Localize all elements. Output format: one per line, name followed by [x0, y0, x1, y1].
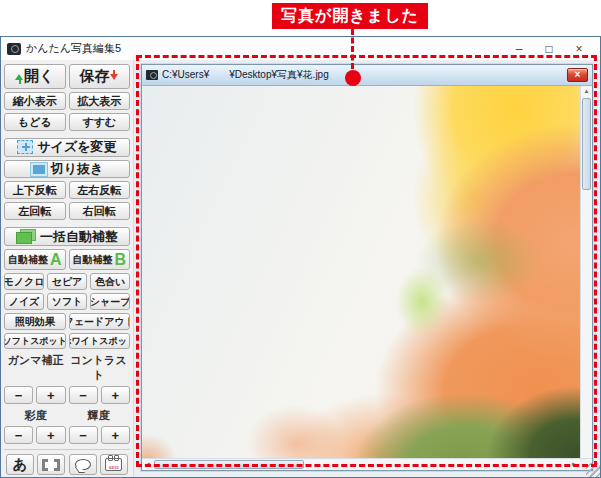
lighting-button[interactable]: 照明効果	[4, 313, 66, 330]
scroll-left-icon[interactable]: ◄	[142, 459, 154, 470]
scroll-right-icon[interactable]: ►	[568, 459, 580, 470]
saturation-minus-button[interactable]: −	[4, 426, 33, 444]
brightness-plus-button[interactable]: +	[101, 426, 130, 444]
minimize-button[interactable]: –	[504, 40, 534, 58]
maximize-button[interactable]: □	[534, 40, 564, 58]
horizontal-scrollbar[interactable]: ◄ ►	[142, 458, 592, 470]
app-titlebar: かんたん写真編集5 – □ ×	[1, 37, 600, 60]
photo-window-body: ▲	[142, 86, 592, 458]
text-tool-button[interactable]: あ	[6, 454, 34, 475]
flip-horizontal-button[interactable]: 左右反転	[69, 181, 131, 199]
scroll-up-icon[interactable]: ▲	[581, 86, 592, 97]
batch-auto-icon	[16, 229, 36, 244]
crop-icon	[31, 163, 47, 176]
annotation-connector-line	[351, 29, 354, 69]
crop-label: 切り抜き	[51, 160, 104, 178]
auto-a-label: 自動補整	[8, 253, 48, 267]
sidebar: 開く 保存 縮小表示 拡大表示 もどる すすむ サイズを変更	[1, 60, 134, 477]
photo-file-path: C:¥Users¥ ¥Desktop¥写真¥花.jpg	[162, 68, 329, 82]
photo-window-titlebar[interactable]: C:¥Users¥ ¥Desktop¥写真¥花.jpg ×	[142, 65, 592, 86]
app-icon	[7, 43, 21, 55]
resize-button[interactable]: サイズを変更	[4, 138, 130, 157]
calendar-icon: 02/11	[105, 458, 122, 471]
sepia-button[interactable]: セピア	[47, 273, 87, 290]
flip-vertical-button[interactable]: 上下反転	[4, 181, 66, 199]
gamma-label: ガンマ補正	[4, 353, 67, 383]
vertical-scrollbar[interactable]: ▲	[580, 86, 592, 458]
date-tool-button[interactable]: 02/11	[100, 454, 128, 475]
open-button[interactable]: 開く	[4, 64, 66, 89]
crop-button[interactable]: 切り抜き	[4, 160, 130, 179]
tools-row: あ 02/11	[4, 454, 130, 475]
resize-grip[interactable]	[586, 463, 600, 477]
app-title: かんたん写真編集5	[26, 41, 121, 56]
resize-label: サイズを変更	[37, 138, 116, 156]
gamma-minus-button[interactable]: −	[4, 386, 33, 404]
open-arrow-icon	[15, 70, 24, 84]
batch-auto-label: 一括自動補整	[40, 228, 118, 246]
contrast-minus-button[interactable]: −	[69, 386, 98, 404]
save-button[interactable]: 保存	[69, 64, 131, 89]
contrast-label: コントラスト	[67, 353, 130, 383]
saturation-label: 彩度	[4, 408, 67, 423]
brightness-label: 輝度	[67, 408, 130, 423]
brightness-minus-button[interactable]: −	[69, 426, 98, 444]
resize-icon	[17, 140, 33, 154]
hue-button[interactable]: 色合い	[90, 273, 130, 290]
redo-button[interactable]: すすむ	[69, 113, 131, 131]
whitespot-button[interactable]: ホワイトスポット	[69, 333, 131, 349]
save-arrow-icon	[110, 70, 119, 84]
balloon-tool-button[interactable]	[69, 454, 97, 475]
main-area: 開く 保存 縮小表示 拡大表示 もどる すすむ サイズを変更	[1, 60, 600, 477]
annotation-dot	[345, 70, 361, 86]
photo-canvas[interactable]	[142, 86, 580, 458]
close-button[interactable]: ×	[564, 40, 594, 58]
photo-file-icon	[146, 70, 158, 80]
auto-b-label: 自動補整	[72, 253, 112, 267]
auto-a-button[interactable]: 自動補整 A	[4, 249, 66, 270]
zoom-in-button[interactable]: 拡大表示	[69, 92, 131, 110]
batch-auto-button[interactable]: 一括自動補整	[4, 227, 130, 246]
horizontal-scroll-track[interactable]	[304, 459, 568, 470]
zoom-out-button[interactable]: 縮小表示	[4, 92, 66, 110]
rotate-right-button[interactable]: 右回転	[69, 202, 131, 220]
open-label: 開く	[24, 67, 54, 86]
noise-button[interactable]: ノイズ	[4, 293, 44, 310]
rotate-left-button[interactable]: 左回転	[4, 202, 66, 220]
horizontal-scroll-thumb[interactable]	[154, 460, 304, 469]
workspace: C:¥Users¥ ¥Desktop¥写真¥花.jpg × ▲ ◄ ►	[134, 60, 600, 477]
photo-document-window: C:¥Users¥ ¥Desktop¥写真¥花.jpg × ▲ ◄ ►	[141, 64, 593, 471]
app-window: かんたん写真編集5 – □ × 開く 保存 縮小表示 拡大表示	[0, 36, 601, 478]
photo-close-button[interactable]: ×	[567, 68, 588, 82]
auto-b-button[interactable]: 自動補整 B	[69, 249, 131, 270]
annotation-callout: 写真が開きました	[272, 3, 428, 29]
gamma-plus-button[interactable]: +	[36, 386, 65, 404]
sharp-button[interactable]: シャープ	[90, 293, 130, 310]
soft-button[interactable]: ソフト	[47, 293, 87, 310]
saturation-plus-button[interactable]: +	[36, 426, 65, 444]
sidebar-divider	[4, 449, 130, 450]
frame-tool-button[interactable]	[37, 454, 65, 475]
save-label: 保存	[80, 67, 110, 86]
undo-button[interactable]: もどる	[4, 113, 66, 131]
vertical-scroll-thumb[interactable]	[582, 98, 591, 190]
monochrome-button[interactable]: モノクロ	[4, 273, 44, 290]
frame-icon	[42, 459, 60, 471]
fadeout-button[interactable]: フェードアウト	[69, 313, 131, 330]
softspot-button[interactable]: ソフトスポット	[4, 333, 66, 349]
auto-a-letter: A	[50, 252, 62, 268]
contrast-plus-button[interactable]: +	[101, 386, 130, 404]
auto-b-letter: B	[114, 252, 126, 268]
speech-bubble-icon	[75, 459, 91, 470]
window-controls: – □ ×	[504, 40, 594, 58]
